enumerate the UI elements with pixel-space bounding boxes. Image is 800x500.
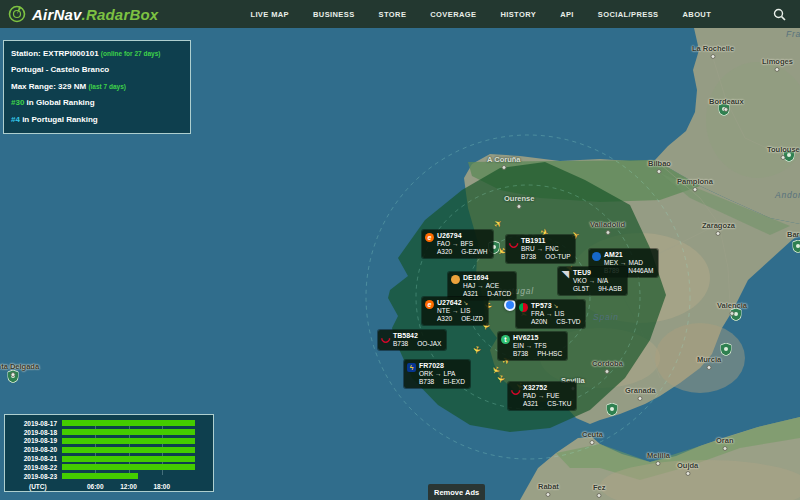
aircraft-type: A320 [437, 315, 452, 323]
descend-arrow-icon: ↘ [553, 303, 558, 309]
origin-code: HAJ [463, 282, 475, 289]
origin-code: FRA [531, 310, 544, 317]
registration: CS-TVD [556, 318, 580, 326]
uptime-track [62, 456, 195, 462]
station-id-line: Station: EXTRPI000101 (online for 27 day… [11, 46, 183, 62]
uptime-row: 2019-08-22 [11, 463, 207, 472]
aircraft-type: GL5T [573, 285, 589, 293]
max-range-line: Max Range: 329 NM (last 7 days) [11, 79, 183, 95]
top-nav-bar: AirNav.RadarBox LIVE MAPBUSINESSSTORECOV… [0, 0, 800, 28]
brand[interactable]: AirNav.RadarBox [8, 5, 158, 23]
country-ranking: #4 in Portugal Ranking [11, 112, 183, 128]
uptime-date: 2019-08-17 [11, 420, 57, 427]
aircraft-type: B738 [513, 350, 528, 358]
nav-link[interactable]: LIVE MAP [250, 10, 289, 19]
origin-code: VKO [573, 277, 587, 284]
airline-logo-icon [451, 275, 460, 284]
flight-label[interactable]: ϟ FR7028 ORK→LPA B738EI-EXD [404, 360, 470, 388]
aircraft-icon[interactable] [495, 374, 506, 384]
airline-logo-icon: ◡ [509, 238, 518, 247]
uptime-panel: 2019-08-17 2019-08-18 2019-08-19 2019-08… [4, 414, 214, 492]
flight-label[interactable]: DE1694 HAJ→ACE A321D-ATCD [448, 272, 516, 300]
airline-logo-icon: e [425, 300, 434, 309]
callsign: TEU9 [573, 269, 591, 276]
time-tick: 18:00 [153, 483, 170, 490]
destination-code: LPA [444, 370, 456, 377]
registration: G-EZWH [461, 248, 487, 256]
online-status: (online for 27 days) [101, 50, 161, 57]
aircraft-type: B738 [419, 378, 434, 386]
flight-label[interactable]: t HV6215 EIN→TFS B738PH-HSC [498, 332, 567, 360]
main-nav: LIVE MAPBUSINESSSTORECOVERAGEHISTORYAPIS… [250, 10, 711, 19]
route-arrow-icon: → [589, 277, 596, 284]
flight-label[interactable]: ◡ TB5842 B738OO-JAX [378, 330, 446, 350]
nav-link[interactable]: HISTORY [500, 10, 536, 19]
origin-code: PAD [523, 392, 536, 399]
nav-link[interactable]: BUSINESS [313, 10, 355, 19]
flight-label[interactable]: ◥ TEU9 VKO→N/A GL5T9H-ASB [558, 267, 627, 295]
route-arrow-icon: → [546, 310, 553, 317]
uptime-track [62, 438, 195, 444]
time-tick: 12:00 [120, 483, 137, 490]
aircraft-type: A20N [531, 318, 547, 326]
uptime-row: 2019-08-23 [11, 472, 207, 481]
airline-logo-icon: e [425, 233, 434, 242]
nav-link[interactable]: SOCIAL/PRESS [598, 10, 659, 19]
flight-label[interactable]: ◡ TB1911 BRU→FNC B738OO-TUP [506, 235, 575, 263]
uptime-row: 2019-08-19 [11, 437, 207, 446]
callsign: AM21 [604, 251, 623, 258]
remove-ads-button[interactable]: Remove Ads [428, 484, 485, 500]
station-location: Portugal - Castelo Branco [11, 62, 183, 78]
uptime-row: 2019-08-21 [11, 454, 207, 463]
registration: CS-TKU [547, 400, 571, 408]
nav-link[interactable]: COVERAGE [430, 10, 476, 19]
uptime-bar [62, 464, 195, 470]
route-arrow-icon: → [435, 370, 442, 377]
registration: OO-JAX [417, 340, 441, 348]
nav-link[interactable]: ABOUT [683, 10, 712, 19]
registration: EI-EXD [443, 378, 465, 386]
nav-link[interactable]: STORE [379, 10, 407, 19]
flight-label[interactable]: TP573 ↘ FRA→LIS A20NCS-TVD [516, 300, 585, 328]
flight-label[interactable]: ◡ X32752 PAD→FUE A321CS-TKU [508, 382, 576, 410]
flight-info: DE1694 HAJ→ACE A321D-ATCD [463, 274, 511, 298]
uptime-bar [62, 447, 195, 453]
nav-link[interactable]: API [560, 10, 574, 19]
uptime-date: 2019-08-23 [11, 473, 57, 480]
uptime-bar [62, 473, 138, 479]
flight-info: TB5842 B738OO-JAX [393, 332, 441, 348]
route-arrow-icon: → [452, 307, 459, 314]
airline-logo-icon [519, 303, 528, 312]
flight-label[interactable]: e U26794 FAO→BFS A320G-EZWH [422, 230, 493, 258]
uptime-track [62, 447, 195, 453]
callsign: U26794 [437, 232, 462, 239]
route-arrow-icon: → [620, 259, 627, 266]
destination-code: TFS [534, 342, 546, 349]
route-arrow-icon: → [526, 342, 533, 349]
route-arrow-icon: → [537, 245, 544, 252]
global-ranking: #30 in Global Ranking [11, 95, 183, 111]
callsign: HV6215 [513, 334, 538, 341]
registration: N446AM [628, 267, 653, 275]
aircraft-icon[interactable] [471, 345, 482, 355]
callsign: U27642 [437, 299, 462, 306]
search-icon[interactable] [773, 8, 786, 21]
airline-logo-icon: ◡ [511, 385, 520, 394]
flight-info: U26794 FAO→BFS A320G-EZWH [437, 232, 488, 256]
origin-code: BRU [521, 245, 535, 252]
station-info-panel: Station: EXTRPI000101 (online for 27 day… [3, 40, 191, 134]
destination-code: LIS [555, 310, 565, 317]
uptime-track [62, 464, 195, 470]
origin-code: FAO [437, 240, 450, 247]
brand-radarbox: RadarBox [86, 6, 158, 23]
radarbox-app: AirNav.RadarBox LIVE MAPBUSINESSSTORECOV… [0, 0, 800, 500]
flight-label[interactable]: e U27642 ↘ NTE→LIS A320OE-IZD [422, 297, 488, 325]
uptime-axis: (UTC) 06:0012:0018:00 [11, 482, 207, 493]
callsign: DE1694 [463, 274, 488, 281]
origin-code: NTE [437, 307, 450, 314]
route-arrow-icon: → [538, 392, 545, 399]
origin-code: ORK [419, 370, 433, 377]
registration: 9H-ASB [598, 285, 621, 293]
aircraft-type: B738 [521, 253, 536, 261]
registration: PH-HSC [537, 350, 562, 358]
